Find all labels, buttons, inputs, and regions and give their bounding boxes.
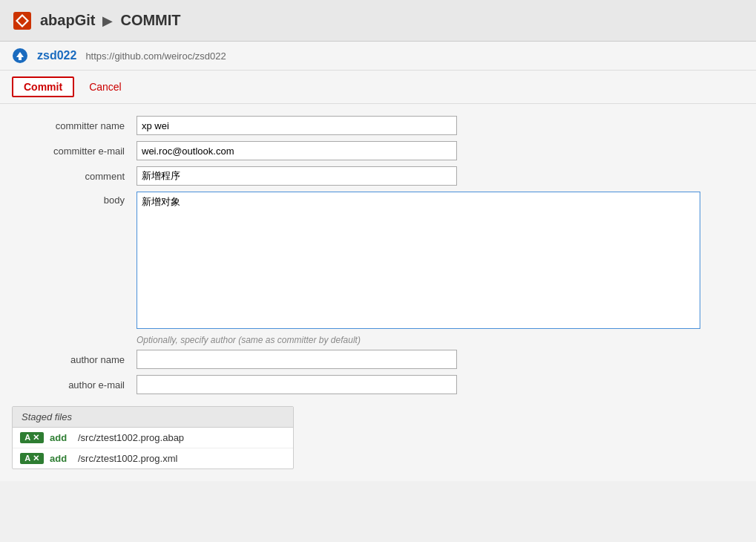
file-path-1: /src/ztest1002.prog.abap [78, 432, 184, 443]
staged-files-header: Staged files [13, 407, 293, 428]
staged-files-list: A ✕ add /src/ztest1002.prog.abap A ✕ add… [13, 428, 293, 468]
cancel-button[interactable]: Cancel [83, 78, 128, 96]
main-content: committer name committer e-mail comment … [0, 104, 756, 481]
author-name-row: author name [18, 350, 738, 369]
committer-email-input[interactable] [137, 141, 457, 160]
list-item: A ✕ add /src/ztest1002.prog.abap [13, 428, 293, 448]
body-label: body [18, 192, 137, 206]
header-arrow-icon: ▶ [102, 13, 113, 29]
file-badge-2: A ✕ [20, 453, 44, 464]
committer-name-row: committer name [18, 116, 738, 135]
comment-input[interactable] [137, 166, 457, 186]
file-badge-1: A ✕ [20, 432, 44, 443]
file-path-2: /src/ztest1002.prog.xml [78, 453, 177, 464]
abapgit-logo-icon [12, 10, 33, 31]
staged-files-section: Staged files A ✕ add /src/ztest1002.prog… [12, 406, 294, 469]
repo-bar: zsd022 https://github.com/weiroc/zsd022 [0, 42, 756, 71]
list-item: A ✕ add /src/ztest1002.prog.xml [13, 448, 293, 468]
comment-row: comment [18, 166, 738, 186]
committer-name-input[interactable] [137, 116, 457, 135]
author-email-label: author e-mail [18, 379, 137, 391]
author-hint: Optionally, specify author (same as comm… [137, 335, 738, 345]
author-email-row: author e-mail [18, 375, 738, 394]
repo-name[interactable]: zsd022 [37, 49, 76, 62]
author-email-input[interactable] [137, 375, 457, 394]
committer-email-label: committer e-mail [18, 146, 137, 157]
author-name-input[interactable] [137, 350, 457, 369]
svg-rect-5 [19, 57, 22, 60]
body-textarea[interactable] [137, 192, 700, 329]
app-name: abapGit [40, 12, 95, 29]
committer-email-row: committer e-mail [18, 141, 738, 160]
app-header: abapGit ▶ COMMIT [0, 0, 756, 42]
page-title: COMMIT [120, 12, 180, 29]
repo-url: https://github.com/weiroc/zsd022 [85, 50, 226, 62]
committer-name-label: committer name [18, 120, 137, 131]
commit-button[interactable]: Commit [12, 76, 74, 97]
author-name-label: author name [18, 354, 137, 365]
comment-label: comment [18, 171, 137, 182]
body-row: body [18, 192, 738, 329]
action-bar: Commit Cancel [0, 71, 756, 104]
form-section: committer name committer e-mail comment … [0, 116, 756, 394]
repo-upload-icon [12, 48, 28, 64]
file-action-2: add [50, 453, 72, 464]
file-action-1: add [50, 432, 72, 443]
